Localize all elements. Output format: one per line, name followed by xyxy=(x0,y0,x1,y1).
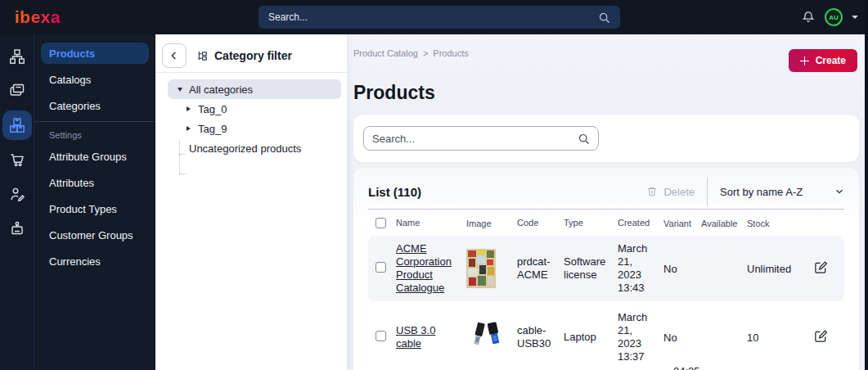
products-boxes-icon xyxy=(9,117,25,133)
icon-rail xyxy=(0,34,34,370)
topbar: ibexa AU xyxy=(0,0,868,34)
edit-button[interactable] xyxy=(812,329,829,345)
product-created: March 21, 2023 13:43 xyxy=(618,242,663,296)
tree-item-tag-0[interactable]: Tag_0 xyxy=(155,99,347,119)
sidebar-item-products[interactable]: Products xyxy=(41,43,149,64)
tree-item-uncategorized[interactable]: Uncategorized products xyxy=(155,138,347,158)
bell-icon[interactable] xyxy=(801,10,816,25)
breadcrumb-products[interactable]: Products xyxy=(433,48,468,58)
caret-right-icon[interactable] xyxy=(187,106,191,111)
column-header-stock: Stock xyxy=(747,219,812,228)
global-search-input[interactable] xyxy=(268,11,598,23)
column-header-name: Name xyxy=(396,218,466,229)
product-name-link[interactable]: USB 3.0 cable xyxy=(396,324,435,350)
tree-guide-line xyxy=(179,174,186,174)
cart-icon xyxy=(9,151,25,168)
product-stock: Unlimited xyxy=(747,263,812,275)
product-stock: 10 xyxy=(747,332,812,344)
chevron-down-icon xyxy=(834,187,844,196)
badge-icon xyxy=(9,220,25,237)
column-header-type: Type xyxy=(564,218,618,229)
rail-item-customers[interactable] xyxy=(2,179,32,209)
trash-icon xyxy=(646,186,658,197)
delete-button[interactable]: Delete xyxy=(646,186,695,198)
sidebar-item-attributes[interactable]: Attributes xyxy=(41,172,149,193)
create-button-label: Create xyxy=(816,55,846,66)
rail-item-pages[interactable] xyxy=(2,76,32,106)
global-search[interactable] xyxy=(259,6,620,29)
product-code: cable-USB30 xyxy=(517,324,564,351)
search-icon xyxy=(578,133,590,145)
product-search-box[interactable] xyxy=(363,126,599,151)
ibexa-logo[interactable]: ibexa xyxy=(15,7,61,27)
product-thumbnail-usb-cable xyxy=(466,321,506,354)
vertical-divider xyxy=(707,178,708,205)
sidebar-item-customer-groups[interactable]: Customer Groups xyxy=(41,224,149,246)
product-type: Laptop xyxy=(564,331,618,344)
create-button[interactable]: Create xyxy=(789,49,857,72)
rail-item-subscriptions[interactable] xyxy=(2,214,32,243)
main-content: Product Catalog > Products Products Crea… xyxy=(348,34,865,370)
list-title: List (110) xyxy=(368,185,421,199)
edit-icon xyxy=(814,260,828,274)
window-edge xyxy=(865,0,868,370)
column-header-variant: Variant xyxy=(663,219,701,228)
search-icon xyxy=(598,11,610,24)
product-type: Software license xyxy=(564,255,618,282)
row-checkbox[interactable] xyxy=(376,262,386,273)
tree-item-label: All categories xyxy=(189,83,253,96)
page-title: Products xyxy=(353,82,435,104)
product-thumbnail-catalogue xyxy=(466,249,496,288)
column-header-image: Image xyxy=(466,219,517,228)
rail-item-commerce[interactable] xyxy=(2,145,32,174)
delete-button-label: Delete xyxy=(663,186,695,198)
tree-item-label: Uncategorized products xyxy=(189,142,301,155)
product-variant: No xyxy=(663,332,701,344)
product-search-card xyxy=(353,115,859,162)
table-header-row: Name Image Code Type Created Variant Ava… xyxy=(368,213,844,234)
menu-section-label: Settings xyxy=(34,122,155,146)
sidebar-item-attribute-groups[interactable]: Attribute Groups xyxy=(41,146,149,167)
back-chevron-icon xyxy=(169,50,180,61)
caret-right-icon[interactable] xyxy=(187,126,191,131)
caret-down-icon[interactable] xyxy=(852,16,858,19)
caret-down-icon[interactable] xyxy=(178,88,182,92)
table-row: USB 3.0 cable cable-USB30 Laptop March 2… xyxy=(368,305,844,370)
collapse-panel-button[interactable] xyxy=(162,43,187,68)
tree-item-tag-9[interactable]: Tag_9 xyxy=(155,119,347,138)
product-variant: No xyxy=(663,263,701,275)
select-all-checkbox[interactable] xyxy=(376,218,386,228)
edit-icon xyxy=(814,329,828,343)
product-name-link[interactable]: ACME Corporation Product Catalogue xyxy=(396,242,452,295)
avatar[interactable]: AU xyxy=(825,8,843,26)
panel-divider xyxy=(155,72,347,73)
column-header-available: Available xyxy=(701,219,747,228)
rail-item-content-structure[interactable] xyxy=(2,42,32,71)
tree-item-label: Tag_9 xyxy=(198,123,227,135)
category-filter-panel: Category filter All categories Tag_0 Tag… xyxy=(155,34,348,370)
table-row: ACME Corporation Product Catalogue prdca… xyxy=(368,236,844,301)
tree-guide-line xyxy=(179,140,180,174)
plus-icon xyxy=(800,56,809,65)
column-header-code: Code xyxy=(517,218,564,229)
category-filter-title-wrap: Category filter xyxy=(196,49,292,62)
product-created: March 21, 2023 13:37 xyxy=(618,311,663,364)
category-filter-title: Category filter xyxy=(214,49,292,62)
sidebar-item-catalogs[interactable]: Catalogs xyxy=(41,69,149,90)
pages-icon xyxy=(9,83,25,99)
category-tree-icon xyxy=(196,50,209,62)
column-header-created: Created xyxy=(618,218,663,229)
breadcrumb-separator: > xyxy=(423,48,428,58)
product-search-input[interactable] xyxy=(372,133,578,145)
sort-dropdown[interactable]: Sort by name A-Z xyxy=(720,186,844,198)
sidebar-item-currencies[interactable]: Currencies xyxy=(41,250,149,272)
edit-button[interactable] xyxy=(812,260,829,277)
row-checkbox[interactable] xyxy=(376,331,386,341)
rail-item-product-catalog[interactable] xyxy=(2,111,32,140)
sidebar-item-product-types[interactable]: Product Types xyxy=(41,198,149,219)
sidebar-item-categories[interactable]: Categories xyxy=(41,95,149,116)
tree-item-all-categories[interactable]: All categories xyxy=(168,79,341,99)
category-tree: All categories Tag_0 Tag_9 Uncategorized… xyxy=(155,79,347,158)
breadcrumb-product-catalog[interactable]: Product Catalog xyxy=(353,48,418,58)
next-row-partial-created-time: 04:25 xyxy=(673,365,700,370)
